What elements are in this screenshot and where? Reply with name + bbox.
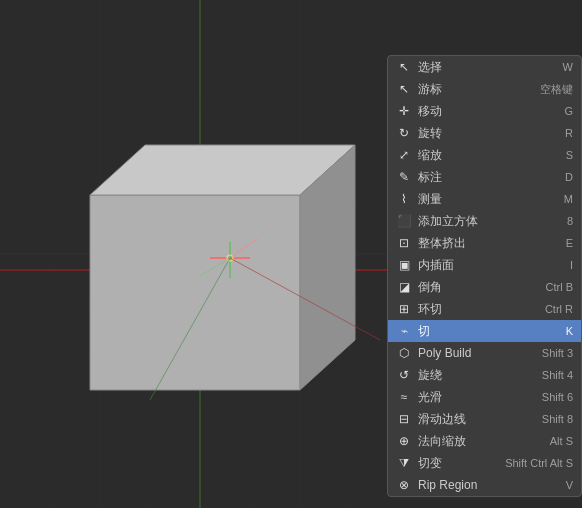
cube-icon: ⬛	[396, 213, 412, 229]
menu-item-shear[interactable]: ⧩切变Shift Ctrl Alt S	[388, 452, 581, 474]
rip-icon: ⊗	[396, 477, 412, 493]
menu-item-inset[interactable]: ▣内插面I	[388, 254, 581, 276]
menu-item-shortcut-slide-edge: Shift 8	[542, 413, 573, 425]
rotate-icon: ↻	[396, 125, 412, 141]
menu-item-shortcut-select: W	[563, 61, 573, 73]
menu-item-label-cursor: 游标	[418, 81, 532, 98]
menu-item-slide-edge[interactable]: ⊟滑动边线Shift 8	[388, 408, 581, 430]
menu-item-shrink-fatten[interactable]: ⊕法向缩放Alt S	[388, 430, 581, 452]
extrude-icon: ⊡	[396, 235, 412, 251]
menu-item-label-annotate: 标注	[418, 169, 557, 186]
knife-icon: ⌁	[396, 323, 412, 339]
menu-item-label-shrink-fatten: 法向缩放	[418, 433, 542, 450]
shear-icon: ⧩	[396, 455, 412, 471]
menu-item-label-measure: 测量	[418, 191, 556, 208]
menu-item-cursor[interactable]: ↖游标空格键	[388, 78, 581, 100]
menu-item-shortcut-knife: K	[566, 325, 573, 337]
move-icon: ✛	[396, 103, 412, 119]
menu-item-select[interactable]: ↖选择W	[388, 56, 581, 78]
menu-item-label-select: 选择	[418, 59, 555, 76]
menu-item-label-inset: 内插面	[418, 257, 562, 274]
edge-icon: ⊟	[396, 411, 412, 427]
menu-item-shortcut-rotate: R	[565, 127, 573, 139]
menu-item-shortcut-inset: I	[570, 259, 573, 271]
menu-item-shortcut-rip-region: V	[566, 479, 573, 491]
menu-item-label-move: 移动	[418, 103, 556, 120]
menu-item-shortcut-shear: Shift Ctrl Alt S	[505, 457, 573, 469]
polybuild-icon: ⬡	[396, 345, 412, 361]
menu-item-shortcut-loop-cut: Ctrl R	[545, 303, 573, 315]
menu-item-label-extrude: 整体挤出	[418, 235, 558, 252]
inset-icon: ▣	[396, 257, 412, 273]
menu-item-scale[interactable]: ⤢缩放S	[388, 144, 581, 166]
menu-item-add-cube[interactable]: ⬛添加立方体8	[388, 210, 581, 232]
menu-item-extrude[interactable]: ⊡整体挤出E	[388, 232, 581, 254]
menu-item-label-add-cube: 添加立方体	[418, 213, 559, 230]
cursor-icon: ↖	[396, 81, 412, 97]
svg-marker-17	[90, 195, 300, 390]
menu-item-shortcut-add-cube: 8	[567, 215, 573, 227]
menu-item-loop-cut[interactable]: ⊞环切Ctrl R	[388, 298, 581, 320]
menu-item-label-knife: 切	[418, 323, 558, 340]
menu-item-bevel[interactable]: ◪倒角Ctrl B	[388, 276, 581, 298]
menu-item-shortcut-cursor: 空格键	[540, 82, 573, 97]
loop-icon: ⊞	[396, 301, 412, 317]
menu-item-shortcut-bevel: Ctrl B	[546, 281, 574, 293]
menu-item-shortcut-scale: S	[566, 149, 573, 161]
menu-item-shortcut-spin: Shift 4	[542, 369, 573, 381]
menu-item-label-scale: 缩放	[418, 147, 558, 164]
menu-item-shortcut-shrink-fatten: Alt S	[550, 435, 573, 447]
menu-item-label-poly-build: Poly Build	[418, 346, 534, 360]
scale-icon: ⤢	[396, 147, 412, 163]
smooth-icon: ≈	[396, 389, 412, 405]
menu-item-shortcut-poly-build: Shift 3	[542, 347, 573, 359]
menu-item-shortcut-extrude: E	[566, 237, 573, 249]
menu-item-shortcut-move: G	[564, 105, 573, 117]
cursor-icon: ↖	[396, 59, 412, 75]
menu-item-spin[interactable]: ↺旋绕Shift 4	[388, 364, 581, 386]
annotate-icon: ✎	[396, 169, 412, 185]
menu-item-shortcut-smooth: Shift 6	[542, 391, 573, 403]
spin-icon: ↺	[396, 367, 412, 383]
menu-item-knife[interactable]: ⌁切K	[388, 320, 581, 342]
menu-item-smooth[interactable]: ≈光滑Shift 6	[388, 386, 581, 408]
menu-item-label-smooth: 光滑	[418, 389, 534, 406]
shrink-icon: ⊕	[396, 433, 412, 449]
menu-item-label-bevel: 倒角	[418, 279, 538, 296]
menu-item-measure[interactable]: ⌇测量M	[388, 188, 581, 210]
menu-item-poly-build[interactable]: ⬡Poly BuildShift 3	[388, 342, 581, 364]
menu-item-label-shear: 切变	[418, 455, 497, 472]
menu-item-rotate[interactable]: ↻旋转R	[388, 122, 581, 144]
menu-item-shortcut-annotate: D	[565, 171, 573, 183]
menu-item-shortcut-measure: M	[564, 193, 573, 205]
menu-item-label-rotate: 旋转	[418, 125, 557, 142]
bevel-icon: ◪	[396, 279, 412, 295]
menu-item-label-slide-edge: 滑动边线	[418, 411, 534, 428]
measure-icon: ⌇	[396, 191, 412, 207]
menu-item-rip-region[interactable]: ⊗Rip RegionV	[388, 474, 581, 496]
menu-item-annotate[interactable]: ✎标注D	[388, 166, 581, 188]
menu-item-label-spin: 旋绕	[418, 367, 534, 384]
context-menu: ↖选择W↖游标空格键✛移动G↻旋转R⤢缩放S✎标注D⌇测量M⬛添加立方体8⊡整体…	[387, 55, 582, 497]
menu-item-move[interactable]: ✛移动G	[388, 100, 581, 122]
menu-item-label-loop-cut: 环切	[418, 301, 537, 318]
menu-item-label-rip-region: Rip Region	[418, 478, 558, 492]
